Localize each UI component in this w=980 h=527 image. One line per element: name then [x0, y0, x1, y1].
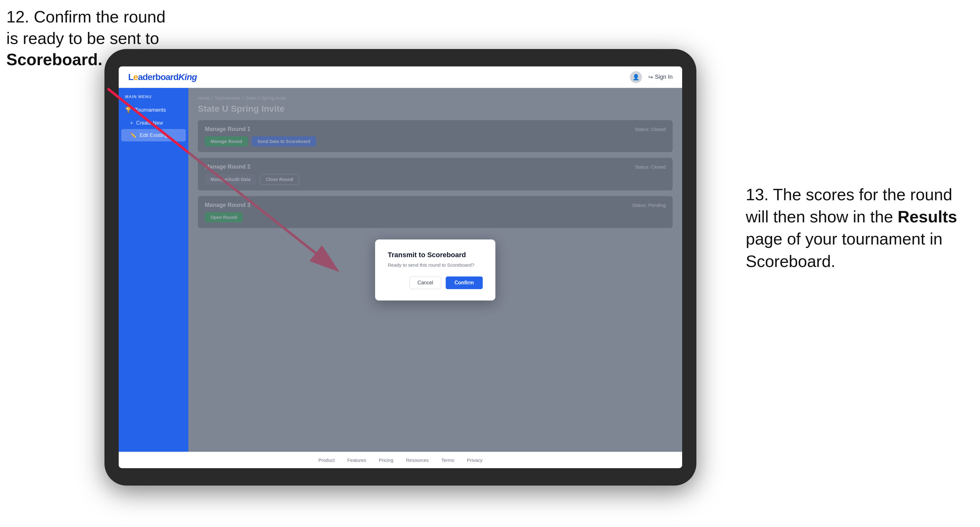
modal-actions: Cancel Confirm — [388, 276, 483, 289]
sidebar: MAIN MENU 🏆 Tournaments + Create New ✏️ … — [119, 88, 188, 452]
annotation-right: 13. The scores for the round will then s… — [746, 184, 961, 272]
footer: Product Features Pricing Resources Terms… — [119, 452, 682, 468]
tablet-device: LeaderboardKing 👤 ↪ Sign In MAIN MENU 🏆 … — [105, 49, 696, 486]
sidebar-sub-item-create-new[interactable]: + Create New — [119, 117, 188, 129]
modal-subtitle: Ready to send this round to Scoreboard? — [388, 262, 483, 268]
sign-in-button[interactable]: ↪ Sign In — [648, 74, 673, 81]
main-menu-label: MAIN MENU — [119, 94, 188, 103]
sidebar-item-tournaments[interactable]: 🏆 Tournaments — [119, 103, 188, 117]
trophy-icon: 🏆 — [125, 106, 132, 113]
footer-link-pricing[interactable]: Pricing — [379, 457, 393, 463]
edit-icon: ✏️ — [130, 132, 137, 138]
logo: LeaderboardKing — [128, 72, 197, 82]
footer-link-features[interactable]: Features — [347, 457, 366, 463]
main-content: MAIN MENU 🏆 Tournaments + Create New ✏️ … — [119, 88, 682, 452]
annotation-top: 12. Confirm the round is ready to be sen… — [6, 6, 165, 71]
modal-title: Transmit to Scoreboard — [388, 251, 483, 259]
sidebar-sub-item-edit-existing[interactable]: ✏️ Edit Existing — [121, 129, 186, 141]
transmit-modal: Transmit to Scoreboard Ready to send thi… — [375, 240, 495, 300]
footer-link-privacy[interactable]: Privacy — [467, 457, 482, 463]
modal-overlay: Transmit to Scoreboard Ready to send thi… — [188, 88, 682, 452]
footer-link-resources[interactable]: Resources — [406, 457, 429, 463]
tablet-screen: LeaderboardKing 👤 ↪ Sign In MAIN MENU 🏆 … — [119, 67, 682, 468]
nav-right: 👤 ↪ Sign In — [630, 71, 673, 83]
annotation-right-text: 13. The scores for the round will then s… — [746, 186, 957, 270]
footer-link-product[interactable]: Product — [318, 457, 335, 463]
modal-cancel-button[interactable]: Cancel — [410, 276, 441, 289]
modal-confirm-button[interactable]: Confirm — [446, 276, 483, 289]
logo-area: LeaderboardKing — [128, 72, 197, 82]
plus-icon: + — [130, 120, 133, 126]
footer-link-terms[interactable]: Terms — [441, 457, 454, 463]
page-area: Home / Tournaments / State U Spring Invi… — [188, 88, 682, 452]
user-avatar-icon: 👤 — [630, 71, 642, 83]
navbar: LeaderboardKing 👤 ↪ Sign In — [119, 67, 682, 88]
